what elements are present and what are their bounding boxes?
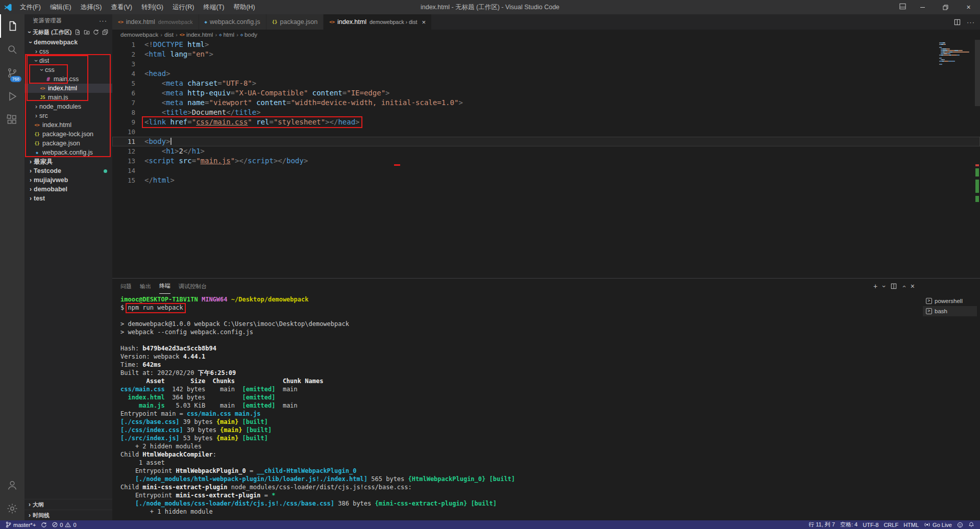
tree-item-demobabel[interactable]: ›demobabel <box>24 185 112 194</box>
tree-item-dist[interactable]: ›dist <box>24 56 112 65</box>
menu-item-编辑(E)[interactable]: 编辑(E) <box>45 0 76 14</box>
panel-tab-终端[interactable]: 终端 <box>159 279 170 294</box>
close-panel-icon[interactable]: × <box>911 282 915 290</box>
account-icon[interactable] <box>0 473 24 497</box>
terminal-output[interactable]: imooc@DESKTOP-T1BV1TN MINGW64 ~/Desktop/… <box>112 294 980 516</box>
run-debug-icon[interactable] <box>0 85 24 108</box>
more-actions-icon[interactable]: ··· <box>99 17 107 24</box>
tree-item-node_modules[interactable]: ›node_modules <box>24 102 112 111</box>
code-line-4[interactable]: 4<head> <box>112 69 980 79</box>
layout-panel-icon[interactable] <box>894 3 911 11</box>
code-line-10[interactable]: 10 <box>112 127 980 137</box>
outline-section[interactable]: › 大纲 <box>24 499 112 510</box>
timeline-section[interactable]: › 时间线 <box>24 510 112 520</box>
json-file-icon: {} <box>272 19 278 24</box>
code-line-13[interactable]: 13<script src="main.js"></script></body> <box>112 156 980 166</box>
code-line-1[interactable]: 1<!DOCTYPE html> <box>112 40 980 49</box>
collapse-all-icon[interactable] <box>102 29 108 35</box>
editor[interactable]: 1<!DOCTYPE html>2<html lang="en">34<head… <box>112 40 980 278</box>
menu-item-帮助(H)[interactable]: 帮助(H) <box>229 0 259 14</box>
minimap[interactable] <box>939 42 972 65</box>
cursor-position[interactable]: 行 11, 列 7 <box>806 520 838 529</box>
refresh-icon[interactable] <box>93 29 99 35</box>
tree-item-package.json[interactable]: {}package.json <box>24 139 112 148</box>
breadcrumb-item-dist[interactable]: dist <box>164 32 174 38</box>
terminal-instance-bash[interactable]: >bash <box>923 306 977 316</box>
new-file-icon[interactable] <box>75 29 81 35</box>
explorer-icon[interactable] <box>0 14 24 38</box>
notifications-bell-icon[interactable] <box>966 520 977 529</box>
tree-item-webpack.config.js[interactable]: ◆webpack.config.js <box>24 148 112 157</box>
new-terminal-icon[interactable]: + <box>873 282 877 290</box>
code-line-6[interactable]: 6 <meta http-equiv="X-UA-Compatible" con… <box>112 88 980 98</box>
workspace-section-header[interactable]: › 无标题 (工作区) <box>24 27 112 38</box>
split-editor-icon[interactable] <box>954 19 961 26</box>
panel-tabs: 问题输出终端调试控制台 <box>120 279 207 294</box>
tree-item-demowebpack[interactable]: ›demowebpack <box>24 38 112 47</box>
encoding-indicator[interactable]: UTF-8 <box>860 520 881 529</box>
sync-button[interactable] <box>38 520 50 529</box>
tree-item-main.js[interactable]: JSmain.js <box>24 93 112 102</box>
breadcrumb-item-index.html[interactable]: <>index.html <box>180 32 213 38</box>
tab-index.html[interactable]: <>index.htmldemowebpack <box>112 14 199 30</box>
language-mode-indicator[interactable]: HTML <box>901 520 921 529</box>
tree-item-mujiajvweb[interactable]: ›mujiajvweb <box>24 175 112 185</box>
code-line-11[interactable]: 11<body> <box>112 137 980 146</box>
panel-tab-调试控制台[interactable]: 调试控制台 <box>179 279 207 294</box>
settings-gear-icon[interactable] <box>0 497 24 520</box>
split-terminal-icon[interactable] <box>891 283 897 289</box>
code-line-9[interactable]: 9<link href="css/main.css" rel="styleshe… <box>112 117 980 127</box>
feedback-smiley-icon[interactable] <box>954 520 966 529</box>
search-icon[interactable] <box>0 38 24 61</box>
minimize-button[interactable] <box>911 0 934 14</box>
maximize-button[interactable] <box>934 0 957 14</box>
breadcrumb-item-html[interactable]: ◇html <box>219 32 234 38</box>
tab-index.html[interactable]: <>index.htmldemowebpack › dist× <box>324 14 432 30</box>
menu-item-终端(T)[interactable]: 终端(T) <box>199 0 229 14</box>
extensions-icon[interactable] <box>0 108 24 132</box>
tree-item-index.html[interactable]: <>index.html <box>24 84 112 93</box>
editor-scrollbar[interactable] <box>975 40 980 106</box>
menu-item-转到(G)[interactable]: 转到(G) <box>137 0 168 14</box>
panel-tab-输出[interactable]: 输出 <box>140 279 151 294</box>
menu-item-选择(S)[interactable]: 选择(S) <box>76 0 107 14</box>
tree-item-Testcode[interactable]: ›Testcode <box>24 166 112 175</box>
tab-package.json[interactable]: {}package.json <box>266 14 324 30</box>
tree-item-最家具[interactable]: ›最家具 <box>24 157 112 166</box>
tab-webpack.config.js[interactable]: ◆webpack.config.js <box>199 14 266 30</box>
menu-item-查看(V)[interactable]: 查看(V) <box>106 0 137 14</box>
tree-item-css[interactable]: ›css <box>24 65 112 74</box>
code-line-8[interactable]: 8 <title>Document</title> <box>112 108 980 117</box>
panel-tab-问题[interactable]: 问题 <box>120 279 132 294</box>
code-line-2[interactable]: 2<html lang="en"> <box>112 49 980 59</box>
new-folder-icon[interactable] <box>84 29 90 35</box>
indentation-indicator[interactable]: 空格: 4 <box>838 520 860 529</box>
close-tab-icon[interactable]: × <box>422 18 426 26</box>
tree-item-src[interactable]: ›src <box>24 111 112 120</box>
more-actions-icon[interactable]: ··· <box>967 18 975 26</box>
maximize-panel-icon[interactable]: › <box>900 285 908 287</box>
menu-item-文件(F)[interactable]: 文件(F) <box>15 0 45 14</box>
tree-item-index.html[interactable]: <>index.html <box>24 120 112 130</box>
terminal-instance-powershell[interactable]: >powershell <box>923 296 977 306</box>
go-live-button[interactable]: Go Live <box>921 520 954 529</box>
code-line-14[interactable]: 14 <box>112 166 980 175</box>
breadcrumb-item-body[interactable]: ◇body <box>240 32 257 38</box>
problems-indicator[interactable]: 0 0 <box>50 520 79 529</box>
tree-item-main.css[interactable]: #main.css <box>24 74 112 84</box>
terminal-dropdown-icon[interactable]: › <box>880 285 888 287</box>
eol-indicator[interactable]: CRLF <box>881 520 901 529</box>
code-line-15[interactable]: 15</html> <box>112 175 980 185</box>
menu-item-运行(R)[interactable]: 运行(R) <box>168 0 199 14</box>
breadcrumb-item-demowebpack[interactable]: demowebpack <box>120 32 158 38</box>
close-window-button[interactable]: × <box>957 0 980 14</box>
code-line-3[interactable]: 3 <box>112 59 980 69</box>
tree-item-test[interactable]: ›test <box>24 194 112 203</box>
code-line-5[interactable]: 5 <meta charset="UTF-8"> <box>112 79 980 88</box>
source-control-icon[interactable]: 768 <box>0 61 24 85</box>
tree-item-css[interactable]: ›css <box>24 47 112 56</box>
tree-item-package-lock.json[interactable]: {}package-lock.json <box>24 130 112 139</box>
code-line-7[interactable]: 7 <meta name="viewport" content="width=d… <box>112 98 980 108</box>
code-line-12[interactable]: 12 <h1>2</h1> <box>112 146 980 156</box>
git-branch-indicator[interactable]: master*+ <box>3 520 38 529</box>
